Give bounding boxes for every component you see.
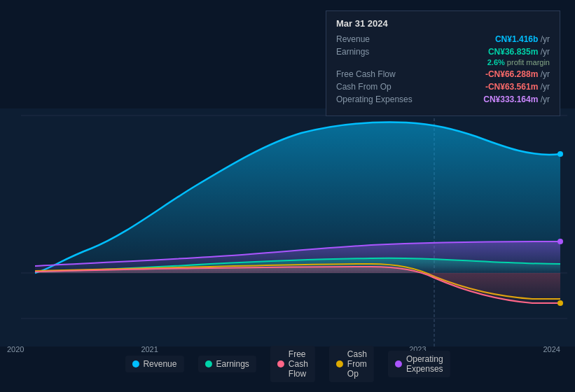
tooltip-date: Mar 31 2024 [336, 18, 550, 29]
chart-container: CN¥2b CN¥0 -CN¥400m Mar 31 2024 Revenue … [0, 0, 575, 392]
tooltip-row-fcf: Free Cash Flow -CN¥66.288m /yr [336, 69, 550, 79]
chart-legend: Revenue Earnings Free Cash Flow Cash Fro… [125, 346, 450, 382]
legend-item-earnings[interactable]: Earnings [198, 356, 256, 372]
svg-point-7 [557, 300, 563, 306]
legend-dot-fcf [277, 360, 284, 368]
svg-point-5 [557, 151, 563, 157]
tooltip-value-cashop: -CN¥63.561m /yr [485, 82, 550, 92]
tooltip-row-opex: Operating Expenses CN¥333.164m /yr [336, 94, 550, 104]
legend-label-cashop: Cash From Op [347, 349, 367, 379]
chart-area[interactable] [0, 108, 575, 346]
tooltip-value-earnings: CN¥36.835m /yr [488, 47, 550, 57]
x-label-2020: 2020 [7, 345, 24, 354]
tooltip-label-opex: Operating Expenses [336, 94, 413, 104]
legend-item-cashop[interactable]: Cash From Op [329, 346, 374, 382]
legend-dot-revenue [132, 360, 139, 368]
legend-label-opex: Operating Expenses [406, 354, 443, 374]
tooltip-row-revenue: Revenue CN¥1.416b /yr [336, 34, 550, 44]
legend-dot-cashop [336, 360, 343, 368]
svg-point-6 [557, 239, 563, 244]
tooltip-panel: Mar 31 2024 Revenue CN¥1.416b /yr Earnin… [326, 10, 560, 116]
x-label-2024: 2024 [543, 345, 560, 354]
tooltip-row-cashop: Cash From Op -CN¥63.561m /yr [336, 82, 550, 92]
tooltip-value-fcf: -CN¥66.288m /yr [485, 69, 550, 79]
legend-label-revenue: Revenue [143, 359, 176, 369]
tooltip-value-revenue: CN¥1.416b /yr [495, 34, 550, 44]
legend-label-earnings: Earnings [216, 359, 249, 369]
legend-dot-opex [395, 360, 402, 368]
tooltip-label-earnings: Earnings [336, 47, 369, 57]
profit-margin-row: 2.6% profit margin [336, 58, 550, 66]
legend-item-fcf[interactable]: Free Cash Flow [270, 346, 315, 382]
tooltip-value-opex: CN¥333.164m /yr [483, 94, 550, 104]
tooltip-label-revenue: Revenue [336, 34, 370, 44]
legend-dot-earnings [205, 360, 212, 368]
tooltip-label-fcf: Free Cash Flow [336, 69, 396, 79]
tooltip-label-cashop: Cash From Op [336, 82, 392, 92]
profit-margin-value: 2.6% profit margin [487, 58, 550, 66]
legend-item-opex[interactable]: Operating Expenses [388, 351, 450, 377]
tooltip-row-earnings: Earnings CN¥36.835m /yr [336, 47, 550, 57]
legend-item-revenue[interactable]: Revenue [125, 356, 183, 372]
legend-label-fcf: Free Cash Flow [289, 349, 308, 379]
